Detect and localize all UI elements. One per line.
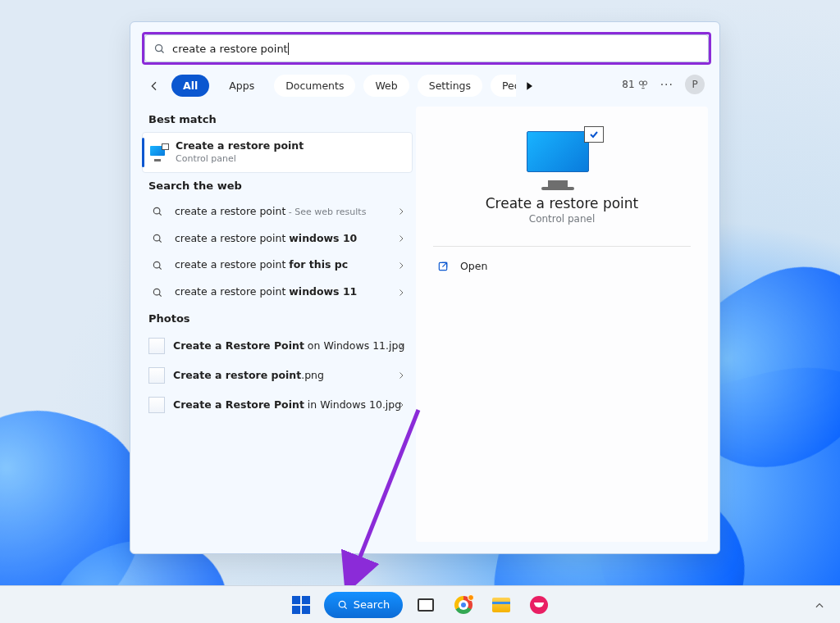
taskbar-app-chrome[interactable] (449, 590, 478, 620)
svg-point-7 (153, 234, 160, 241)
search-icon (152, 260, 163, 271)
detail-subtitle: Control panel (529, 213, 595, 225)
chevron-right-icon (396, 234, 406, 243)
filter-documents[interactable]: Documents (274, 75, 355, 97)
svg-point-17 (339, 601, 345, 607)
file-thumbnail (148, 338, 165, 354)
open-action[interactable]: Open (416, 253, 509, 279)
profile-avatar[interactable]: P (685, 75, 705, 94)
svg-line-1 (162, 50, 164, 52)
svg-marker-2 (527, 82, 532, 89)
search-icon (152, 287, 163, 298)
chevron-right-icon (396, 400, 406, 410)
svg-point-5 (153, 207, 160, 214)
result-web[interactable]: create a restore point windows 10 (142, 225, 413, 252)
chevron-right-icon (396, 371, 406, 380)
file-explorer-icon (492, 598, 510, 612)
scroll-right-icon[interactable] (523, 80, 536, 93)
windows-logo-icon (292, 596, 310, 614)
results-list: Best match Create a restore point Contro… (142, 107, 413, 542)
separator (433, 246, 690, 247)
task-view-button[interactable] (411, 590, 441, 620)
section-search-web: Search the web (142, 173, 413, 198)
more-options-button[interactable]: ··· (660, 78, 673, 91)
taskbar-app-explorer[interactable] (486, 590, 516, 620)
result-photo[interactable]: Create a Restore Point on Windows 11.jpg (142, 331, 413, 361)
svg-line-8 (159, 240, 162, 243)
chevron-right-icon (396, 207, 406, 216)
taskbar: Search (0, 585, 840, 623)
filter-apps[interactable]: Apps (217, 75, 266, 97)
result-web[interactable]: create a restore point for this pc (142, 252, 413, 279)
search-input[interactable]: create a restore point (144, 34, 709, 62)
chevron-right-icon (396, 288, 406, 298)
svg-line-10 (159, 267, 162, 270)
file-thumbnail (148, 367, 165, 384)
restore-point-icon (527, 131, 597, 180)
svg-line-14 (442, 262, 446, 266)
result-best-match[interactable]: Create a restore point Control panel (142, 132, 413, 173)
rewards-indicator[interactable]: 81 (622, 79, 648, 90)
result-photo[interactable]: Create a restore point.png (142, 361, 413, 390)
detail-pane: Create a restore point Control panel Ope… (416, 107, 708, 542)
rewards-points: 81 (622, 79, 634, 90)
svg-point-11 (153, 289, 160, 295)
svg-point-9 (153, 261, 160, 268)
svg-line-18 (345, 606, 347, 608)
section-best-match: Best match (142, 107, 413, 132)
section-photos: Photos (142, 306, 413, 331)
result-web[interactable]: create a restore point windows 11 (142, 279, 413, 306)
svg-point-0 (156, 44, 162, 51)
search-icon (337, 599, 349, 611)
taskbar-search-button[interactable]: Search (324, 592, 404, 618)
svg-line-6 (159, 213, 162, 216)
start-button[interactable] (286, 590, 316, 620)
filter-settings[interactable]: Settings (418, 75, 482, 97)
search-query-text: create a restore point (172, 43, 289, 55)
filter-people[interactable]: People (491, 75, 516, 97)
svg-line-12 (159, 294, 162, 297)
chrome-icon (454, 596, 472, 614)
detail-title: Create a restore point (486, 195, 639, 211)
search-icon (152, 233, 163, 244)
trophy-icon (637, 79, 649, 90)
filter-web[interactable]: Web (363, 75, 409, 97)
search-icon (152, 206, 163, 217)
svg-point-3 (639, 81, 643, 85)
search-icon (153, 43, 166, 55)
back-button[interactable] (145, 77, 163, 95)
app-icon (530, 596, 548, 614)
svg-point-4 (643, 81, 647, 85)
result-photo[interactable]: Create a Restore Point in Windows 10.jpg (142, 390, 413, 420)
open-icon (437, 261, 449, 272)
chevron-right-icon (396, 261, 406, 271)
taskbar-app-pink[interactable] (524, 590, 554, 620)
task-view-icon (418, 598, 434, 612)
chevron-right-icon (396, 341, 406, 351)
annotation-highlight: create a restore point (142, 32, 711, 65)
show-hidden-icons-button[interactable] (814, 600, 825, 612)
result-web[interactable]: create a restore point - See web results (142, 198, 413, 225)
search-flyout: create a restore point All Apps Document… (130, 21, 720, 554)
filter-all[interactable]: All (171, 75, 209, 97)
restore-point-icon (150, 146, 167, 159)
file-thumbnail (148, 397, 165, 413)
